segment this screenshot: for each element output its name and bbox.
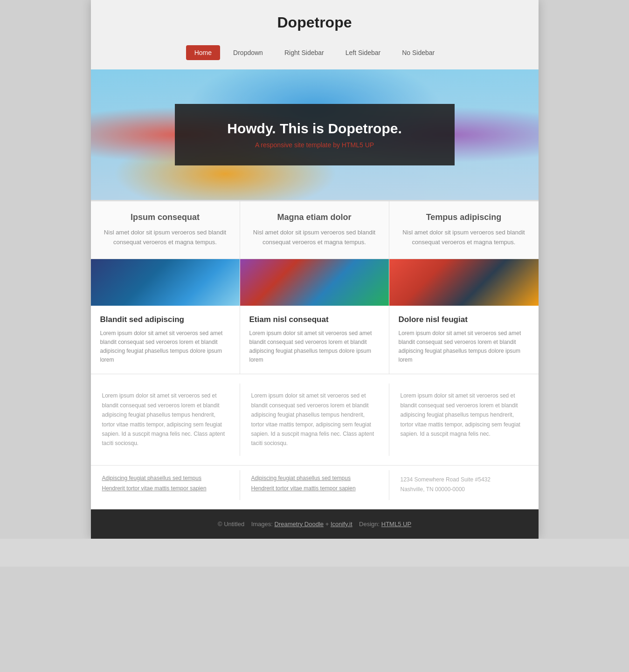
nav-right-sidebar[interactable]: Right Sidebar xyxy=(276,45,332,60)
nav-home[interactable]: Home xyxy=(186,45,220,60)
footer-html5up-link[interactable]: HTML5 UP xyxy=(381,521,411,528)
card-title-3: Dolore nisl feugiat xyxy=(399,315,529,324)
footer-links-col-2: Adipiscing feugiat phasellus sed tempus … xyxy=(240,470,389,500)
footer-links-col-3: 1234 Somewhere Road Suite #5432 Nashvill… xyxy=(389,470,539,500)
footer-copyright: © Untitled xyxy=(218,521,244,528)
card-text-3: Lorem ipsum dolor sit amet sit veroeros … xyxy=(399,329,529,365)
footer-address-line-2: Nashville, TN 00000-0000 xyxy=(401,485,527,495)
hero-subtitle: A responsive site template by HTML5 UP xyxy=(203,141,427,149)
footer-images-label: Images: xyxy=(251,521,273,528)
hero-title: Howdy. This is Dopetrope. xyxy=(203,121,427,137)
content-col-3: Lorem ipsum dolor sit amet sit veroeros … xyxy=(389,384,539,455)
content-col-2: Lorem ipsum dolor sit amet sit veroeros … xyxy=(240,384,389,455)
hero-banner: Howdy. This is Dopetrope. A responsive s… xyxy=(91,69,539,200)
footer-link-2-1[interactable]: Adipiscing feugiat phasellus sed tempus xyxy=(251,475,378,481)
footer-links: Adipiscing feugiat phasellus sed tempus … xyxy=(91,465,539,509)
hero-overlay: Howdy. This is Dopetrope. A responsive s… xyxy=(175,104,455,165)
feature-col-3: Tempus adipiscing Nisl amet dolor sit ip… xyxy=(389,201,539,259)
footer-iconify-link[interactable]: Iconify.it xyxy=(331,521,353,528)
nav-left-sidebar[interactable]: Left Sidebar xyxy=(337,45,389,60)
feature-col-1: Ipsum consequat Nisl amet dolor sit ipsu… xyxy=(91,201,240,259)
cards-row: Blandit sed adipiscing Lorem ipsum dolor… xyxy=(91,259,539,374)
footer-link-1-2[interactable]: Hendrerit tortor vitae mattis tempor sap… xyxy=(102,485,228,492)
main-navigation: Home Dropdown Right Sidebar Left Sidebar… xyxy=(100,41,529,69)
site-title: Dopetrope xyxy=(100,14,529,31)
card-3: Dolore nisl feugiat Lorem ipsum dolor si… xyxy=(389,259,539,374)
feature-title-3: Tempus adipiscing xyxy=(399,213,529,222)
footer-bar: © Untitled Images: Dreametry Doodle + Ic… xyxy=(91,509,539,539)
footer-design-label: Design: xyxy=(359,521,380,528)
content-col-1: Lorem ipsum dolor sit amet sit veroeros … xyxy=(91,384,240,455)
card-title-1: Blandit sed adipiscing xyxy=(100,315,230,324)
footer-address-line-1: 1234 Somewhere Road Suite #5432 xyxy=(401,475,527,485)
feature-row: Ipsum consequat Nisl amet dolor sit ipsu… xyxy=(91,200,539,259)
content-section: Lorem ipsum dolor sit amet sit veroeros … xyxy=(91,374,539,465)
footer-link-1-1[interactable]: Adipiscing feugiat phasellus sed tempus xyxy=(102,475,228,481)
card-image-1 xyxy=(91,259,240,306)
feature-title-2: Magna etiam dolor xyxy=(249,213,380,222)
card-title-2: Etiam nisl consequat xyxy=(249,315,380,324)
feature-col-2: Magna etiam dolor Nisl amet dolor sit ip… xyxy=(240,201,389,259)
card-text-1: Lorem ipsum dolor sit amet sit veroeros … xyxy=(100,329,230,365)
nav-no-sidebar[interactable]: No Sidebar xyxy=(394,45,443,60)
footer-link-2-2[interactable]: Hendrerit tortor vitae mattis tempor sap… xyxy=(251,485,378,492)
feature-text-2: Nisl amet dolor sit ipsum veroeros sed b… xyxy=(249,228,380,247)
feature-text-3: Nisl amet dolor sit ipsum veroeros sed b… xyxy=(399,228,529,247)
footer-plus: + xyxy=(325,521,329,528)
footer-dreametry-link[interactable]: Dreametry Doodle xyxy=(275,521,324,528)
nav-dropdown[interactable]: Dropdown xyxy=(225,45,271,60)
footer-links-col-1: Adipiscing feugiat phasellus sed tempus … xyxy=(91,470,240,500)
bottom-gray-area xyxy=(0,539,629,567)
card-text-2: Lorem ipsum dolor sit amet sit veroeros … xyxy=(249,329,380,365)
card-image-2 xyxy=(240,259,389,306)
card-1: Blandit sed adipiscing Lorem ipsum dolor… xyxy=(91,259,240,374)
card-image-3 xyxy=(389,259,539,306)
feature-title-1: Ipsum consequat xyxy=(100,213,230,222)
feature-text-1: Nisl amet dolor sit ipsum veroeros sed b… xyxy=(100,228,230,247)
site-header: Dopetrope Home Dropdown Right Sidebar Le… xyxy=(91,0,539,69)
card-2: Etiam nisl consequat Lorem ipsum dolor s… xyxy=(240,259,389,374)
